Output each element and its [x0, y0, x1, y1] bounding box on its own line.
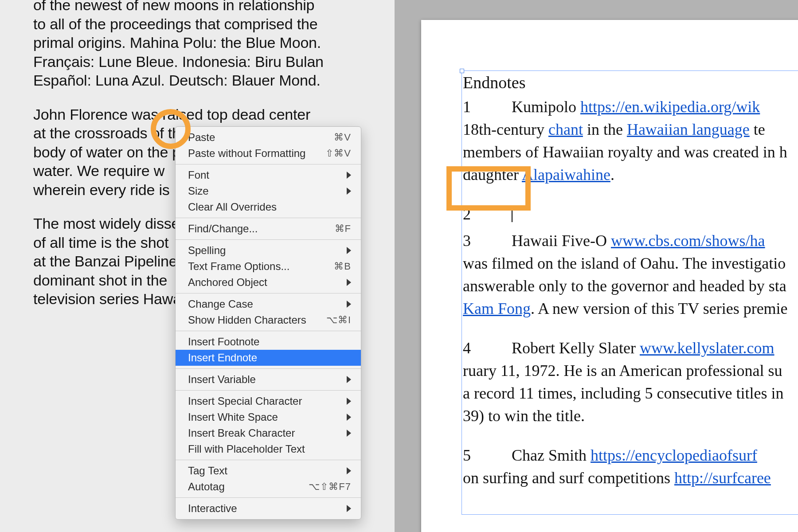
endnote-number: 4: [463, 337, 512, 360]
chevron-right-icon: [347, 414, 351, 421]
endnote-text: . A new version of this TV series premie: [531, 300, 788, 317]
menu-label: Clear All Overrides: [188, 201, 277, 213]
context-menu[interactable]: Paste ⌘V Paste without Formatting ⇧⌘V Fo…: [175, 126, 361, 520]
text-cursor: [512, 205, 512, 222]
menu-label: Font: [188, 169, 209, 181]
menu-insert-footnote[interactable]: Insert Footnote: [176, 334, 361, 350]
endnote-number: 5: [463, 444, 512, 467]
menu-size[interactable]: Size: [176, 183, 361, 199]
endnote-5[interactable]: 5 Chaz Smith https://encyclopediaofsurf …: [463, 444, 798, 489]
endnote-link[interactable]: Alapaiwahine: [522, 166, 610, 184]
menu-label: Insert White Space: [188, 411, 278, 423]
endnote-link[interactable]: http://surfcaree: [674, 469, 771, 487]
endnote-1[interactable]: 1 Kumipolo https://en.wikipedia.org/wik …: [463, 96, 798, 186]
menu-separator: [176, 293, 361, 293]
menu-label: Insert Variable: [188, 373, 256, 386]
menu-find-change[interactable]: Find/Change... ⌘F: [176, 221, 361, 237]
endnote-text: ruary 11, 1972. He is an American profes…: [463, 360, 798, 382]
endnote-text: in the: [583, 121, 627, 138]
menu-label: Tag Text: [188, 465, 227, 477]
menu-separator: [176, 239, 361, 240]
menu-paste-without-formatting[interactable]: Paste without Formatting ⇧⌘V: [176, 145, 361, 161]
menu-shortcut: ⌥⇧⌘F7: [309, 481, 351, 493]
menu-label: Autotag: [188, 481, 225, 493]
menu-label: Spelling: [188, 244, 226, 257]
menu-shortcut: ⇧⌘V: [325, 148, 351, 159]
menu-show-hidden-characters[interactable]: Show Hidden Characters ⌥⌘I: [176, 312, 361, 328]
menu-label: Text Frame Options...: [188, 260, 289, 273]
pasteboard: Endnotes 1 Kumipolo https://en.wikipedia…: [395, 0, 798, 532]
menu-shortcut: ⌘F: [335, 223, 351, 235]
endnotes-text-frame[interactable]: Endnotes 1 Kumipolo https://en.wikipedia…: [462, 71, 798, 514]
menu-separator: [176, 368, 361, 369]
document-page[interactable]: Endnotes 1 Kumipolo https://en.wikipedia…: [421, 20, 798, 532]
endnote-text: a record 11 times, including 5 consecuti…: [463, 382, 798, 405]
menu-label: Interactive: [188, 502, 237, 515]
chevron-right-icon: [347, 301, 351, 308]
menu-insert-variable[interactable]: Insert Variable: [176, 372, 361, 387]
frame-handle-top-left[interactable]: [460, 69, 464, 73]
endnote-text: Hawaii Five-O: [512, 232, 611, 250]
chevron-right-icon: [347, 247, 351, 254]
menu-font[interactable]: Font: [176, 167, 361, 183]
menu-change-case[interactable]: Change Case: [176, 296, 361, 312]
menu-interactive[interactable]: Interactive: [176, 501, 361, 516]
menu-insert-white-space[interactable]: Insert White Space: [176, 409, 361, 425]
endnote-link[interactable]: https://en.wikipedia.org/wik: [580, 98, 760, 116]
menu-separator: [176, 390, 361, 391]
endnote-text: Chaz Smith: [512, 446, 591, 464]
endnote-text: on surfing and surf competitions: [463, 469, 674, 487]
endnote-link[interactable]: https://encyclopediaofsurf: [591, 446, 757, 464]
chevron-right-icon: [347, 505, 351, 512]
menu-label: Show Hidden Characters: [188, 314, 306, 326]
menu-insert-special-character[interactable]: Insert Special Character: [176, 393, 361, 409]
chevron-right-icon: [347, 376, 351, 383]
menu-fill-placeholder-text[interactable]: Fill with Placeholder Text: [176, 441, 361, 457]
endnote-link[interactable]: Kam Fong: [463, 300, 531, 317]
menu-label: Insert Break Character: [188, 427, 295, 439]
menu-clear-overrides[interactable]: Clear All Overrides: [176, 199, 361, 215]
chevron-right-icon: [347, 188, 351, 195]
menu-anchored-object[interactable]: Anchored Object: [176, 274, 361, 290]
endnote-text: Robert Kelly Slater: [512, 339, 640, 357]
body-paragraph-1[interactable]: of the newest of new moons in relationsh…: [33, 0, 344, 90]
menu-separator: [176, 497, 361, 498]
chevron-right-icon: [347, 279, 351, 286]
menu-label: Anchored Object: [188, 276, 267, 289]
menu-insert-break-character[interactable]: Insert Break Character: [176, 425, 361, 441]
menu-tag-text[interactable]: Tag Text: [176, 463, 361, 479]
chevron-right-icon: [347, 430, 351, 437]
endnote-2[interactable]: 2: [463, 203, 798, 226]
endnote-text: 39) to win the title.: [463, 405, 798, 427]
chevron-right-icon: [347, 467, 351, 474]
endnote-link[interactable]: chant: [548, 121, 583, 138]
endnote-number: 1: [463, 96, 512, 118]
menu-text-frame-options[interactable]: Text Frame Options... ⌘B: [176, 258, 361, 274]
endnote-number: 2: [463, 203, 512, 226]
menu-spelling[interactable]: Spelling: [176, 243, 361, 258]
endnote-3[interactable]: 3 Hawaii Five-O www.cbs.com/shows/ha was…: [463, 230, 798, 320]
endnote-4[interactable]: 4 Robert Kelly Slater www.kellyslater.co…: [463, 337, 798, 427]
chevron-right-icon: [347, 172, 351, 179]
endnote-link[interactable]: Hawaiian language: [627, 121, 750, 138]
menu-label: Insert Endnote: [188, 352, 257, 364]
endnote-text: members of Hawaiian royalty and was crea…: [463, 141, 798, 164]
menu-label: Fill with Placeholder Text: [188, 443, 305, 455]
endnote-text: daughter: [463, 166, 522, 184]
menu-shortcut: ⌘B: [334, 261, 351, 272]
endnote-text: was filmed on the island of Oahu. The in…: [463, 252, 798, 275]
menu-label: Find/Change...: [188, 223, 258, 235]
menu-label: Change Case: [188, 298, 253, 310]
menu-autotag[interactable]: Autotag ⌥⇧⌘F7: [176, 479, 361, 495]
endnote-text: .: [610, 166, 614, 184]
menu-label: Size: [188, 185, 209, 197]
chevron-right-icon: [347, 398, 351, 405]
endnote-number: 3: [463, 230, 512, 252]
menu-shortcut: ⌘V: [334, 132, 351, 143]
menu-separator: [176, 331, 361, 331]
endnote-link[interactable]: www.kellyslater.com: [640, 339, 775, 357]
menu-label: Insert Footnote: [188, 336, 259, 348]
menu-insert-endnote[interactable]: Insert Endnote: [176, 350, 361, 366]
endnote-link[interactable]: www.cbs.com/shows/ha: [611, 232, 765, 250]
menu-paste[interactable]: Paste ⌘V: [176, 129, 361, 145]
